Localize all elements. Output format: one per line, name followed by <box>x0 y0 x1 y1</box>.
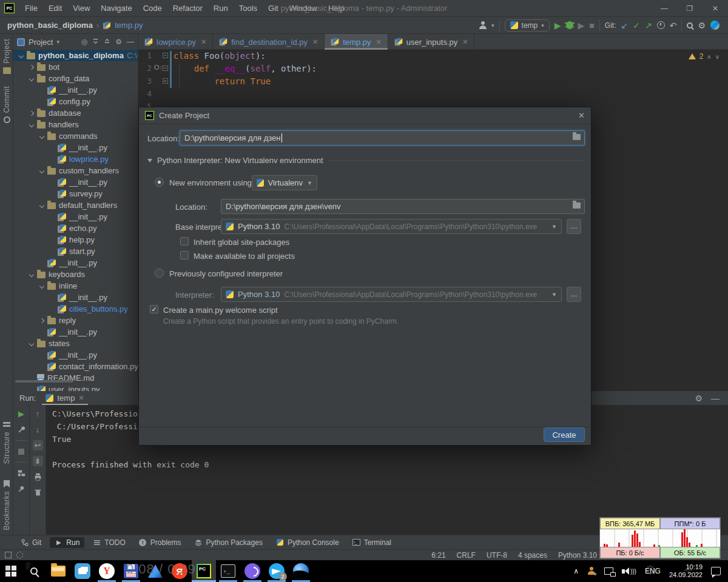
tree-chevron-open[interactable] <box>29 272 35 278</box>
tree-chevron-open[interactable] <box>39 168 45 174</box>
tree-chevron-open[interactable] <box>29 341 35 347</box>
status-item-6-21[interactable]: 6:21 <box>431 551 445 560</box>
chevron-down-icon[interactable]: ▾ <box>491 22 494 28</box>
tree-item--init-py[interactable]: __init__.py <box>13 326 138 338</box>
make-available-checkbox[interactable] <box>180 251 189 259</box>
debug-button[interactable] <box>566 21 573 29</box>
stop-button[interactable] <box>16 446 27 457</box>
tree-item--init-py[interactable]: __init__.py <box>13 292 138 303</box>
tree-item-keyboards[interactable]: keyboards <box>13 269 138 280</box>
toolwindow-button-git[interactable]: Git <box>16 537 46 548</box>
status-item-python-3-10[interactable]: Python 3.10 <box>558 551 597 560</box>
collapse-all-icon[interactable] <box>104 38 110 46</box>
fold-collapse-icon[interactable]: − <box>163 65 168 71</box>
code-line-4[interactable]: 4 <box>138 88 728 101</box>
menu-run[interactable]: Run <box>208 0 234 17</box>
menu-code[interactable]: Code <box>138 0 167 17</box>
create-main-checkbox[interactable]: ✓ <box>150 305 158 313</box>
hide-panel-icon[interactable]: — <box>711 393 720 403</box>
code-line-1[interactable]: 1−class Foo(object): <box>138 50 728 62</box>
select-opened-file-icon[interactable]: ◎ <box>81 38 87 46</box>
create-button[interactable]: Create <box>544 427 585 442</box>
tree-chevron-open[interactable] <box>29 76 35 82</box>
maximize-button[interactable]: ❒ <box>677 0 703 16</box>
tray-user-icon[interactable] <box>587 567 596 575</box>
interpreter-select[interactable]: Python 3.10 C:\Users\Professional\AppDat… <box>221 287 562 302</box>
menu-tools[interactable]: Tools <box>234 0 263 17</box>
tree-item-handlers[interactable]: handlers <box>13 119 138 130</box>
coverage-button[interactable]: ▶ <box>578 21 585 30</box>
tool-tab-project[interactable]: Project <box>0 39 13 74</box>
up-stack-icon[interactable]: ↑ <box>33 409 43 419</box>
collapse-triangle-icon[interactable] <box>147 159 152 162</box>
menu-help[interactable]: Help <box>323 0 350 17</box>
status-item-crlf[interactable]: CRLF <box>457 551 476 560</box>
background-tasks-icon[interactable] <box>16 552 23 558</box>
tree-item-survey-py[interactable]: survey.py <box>13 188 138 199</box>
history-icon[interactable] <box>657 21 665 29</box>
start-button[interactable] <box>0 560 22 582</box>
code-line-3[interactable]: 3⌐ return True <box>138 75 728 88</box>
venv-location-input[interactable]: D:\python\версия для дзен\venv <box>221 199 585 214</box>
browse-interpreter-button[interactable]: ... <box>567 219 581 234</box>
tree-item-commands[interactable]: commands <box>13 130 138 142</box>
screen-recorder-icon[interactable] <box>70 560 95 582</box>
code-line-2[interactable]: 2O↑− def __eq__(self, other): <box>138 62 728 75</box>
chevron-down-icon[interactable]: ▾ <box>56 39 59 45</box>
taskbar-search-button[interactable] <box>22 560 46 582</box>
tree-item-cities-buttons-py[interactable]: cities_buttons.py <box>13 303 138 315</box>
git-update-button[interactable]: ↙ <box>621 21 629 30</box>
search-everywhere-icon[interactable] <box>687 22 693 28</box>
toolwindow-button-python-packages[interactable]: Python Packages <box>190 537 268 548</box>
browse-interpreter-button[interactable]: ... <box>567 287 581 302</box>
editor-tab-user-inputs-py[interactable]: user_inputs.py✕ <box>388 34 475 50</box>
file-explorer-icon[interactable] <box>46 560 70 582</box>
tree-item-custom-handlers[interactable]: custom_handlers <box>13 165 138 176</box>
tree-chevron-closed[interactable] <box>39 318 45 324</box>
tree-chevron-open[interactable] <box>39 283 45 289</box>
next-warning-icon[interactable]: ∨ <box>715 53 720 60</box>
new-environment-radio[interactable] <box>155 178 164 187</box>
git-push-button[interactable]: ↗ <box>645 21 652 30</box>
toolwindow-button-python-console[interactable]: Python Console <box>271 537 344 548</box>
close-icon[interactable]: ✕ <box>312 38 318 46</box>
tree-item-database[interactable]: database <box>13 107 138 119</box>
telegram-icon[interactable]: 2 <box>265 560 289 582</box>
print-icon[interactable] <box>33 472 43 482</box>
tree-item--init-py[interactable]: __init__.py <box>13 211 138 222</box>
breadcrumb-file[interactable]: temp.py <box>115 21 143 30</box>
toolwindow-button-problems[interactable]: !Problems <box>134 537 186 548</box>
clear-console-icon[interactable] <box>33 487 43 498</box>
close-icon[interactable]: ✕ <box>376 38 381 46</box>
fold-end-icon[interactable]: ⌐ <box>163 78 168 84</box>
breadcrumb[interactable]: python_basic_diploma › temp.py <box>0 21 143 30</box>
gear-icon[interactable]: ⚙ <box>115 38 122 46</box>
tree-item--init-py[interactable]: __init__.py <box>13 142 138 153</box>
toolwindow-button-terminal[interactable]: ›_Terminal <box>348 537 396 548</box>
rerun-button[interactable]: ▶ <box>16 409 27 419</box>
tree-item-help-py[interactable]: help.py <box>13 234 138 246</box>
prev-warning-icon[interactable]: ∧ <box>707 53 711 60</box>
location-input[interactable]: D:\python\версия для дзен <box>180 130 585 146</box>
inspections-widget[interactable]: 2 ∧ ∨ <box>689 52 720 61</box>
browse-folder-icon[interactable] <box>573 202 581 209</box>
tree-item-config-data[interactable]: config_data <box>13 73 138 84</box>
settings-gear-icon[interactable]: ⚙ <box>698 21 706 30</box>
close-button[interactable]: ✕ <box>703 0 728 16</box>
project-view-select[interactable]: Project <box>29 38 53 47</box>
horizontal-scrollbar[interactable] <box>15 380 73 383</box>
run-button[interactable]: ▶ <box>554 21 561 30</box>
viber-icon[interactable] <box>240 560 265 582</box>
tree-item-config-py[interactable]: config.py <box>13 96 138 107</box>
wrench-icon[interactable] <box>16 424 27 435</box>
tool-tab-bookmarks[interactable]: Bookmarks <box>0 480 13 530</box>
browse-folder-icon[interactable] <box>573 134 581 140</box>
browser-swoosh-icon[interactable] <box>289 560 313 582</box>
dialog-title-bar[interactable]: PC Create Project ✕ <box>139 107 591 124</box>
override-marker-icon[interactable]: O↑ <box>154 64 163 71</box>
stop-button[interactable]: ■ <box>589 21 594 30</box>
run-configuration-select[interactable]: temp ▾ <box>505 19 550 32</box>
show-hidden-icons-chevron[interactable]: ∧ <box>573 567 579 575</box>
tree-item-user-inputs-py[interactable]: user_inputs.py <box>13 384 138 391</box>
volume-icon[interactable]: ))) <box>622 567 636 575</box>
